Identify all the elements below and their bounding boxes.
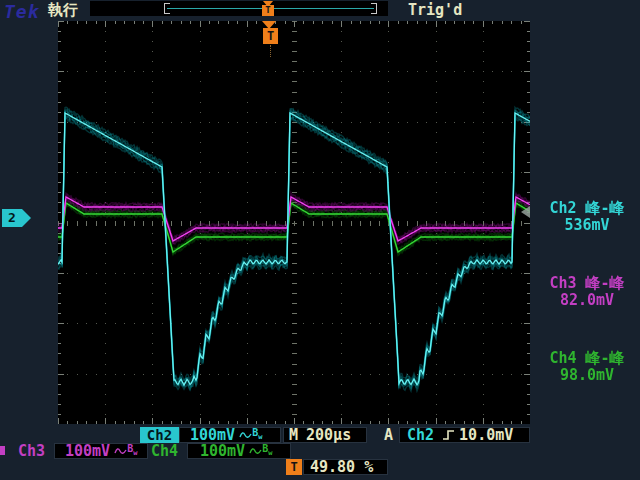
tek-logo: Tek [4, 1, 40, 22]
trigger-time-marker: T [263, 28, 278, 44]
trigger-source: Ch2 [407, 427, 434, 443]
graticule-plot-area [58, 21, 530, 424]
trigger-time-dotted-line [270, 45, 271, 57]
trigger-readout: Ch2 10.0mV [399, 427, 530, 443]
ch4-ac-coupling-icon [249, 445, 262, 457]
ch4-scale-readout: 100mV Bw [187, 443, 291, 459]
oscilloscope-screen: Tek 執行 Trig'd T T 2 Ch2 峰-峰 536mV Ch3 峰-… [0, 0, 640, 480]
ch4-bandwidth-icon: Bw [262, 444, 272, 458]
ch2-ground-marker-tip-icon [22, 209, 31, 227]
ch2-bandwidth-icon: Bw [252, 428, 262, 442]
measurement-ch4-peak-to-peak: Ch4 峰-峰 98.0mV [536, 350, 638, 384]
meas-ch3-channel: Ch3 [549, 274, 576, 292]
meas-ch3-value: 82.0mV [536, 292, 638, 309]
trigger-position-icon: T [286, 459, 302, 475]
trigger-position-marker: T [262, 5, 274, 16]
measurement-ch2-peak-to-peak: Ch2 峰-峰 536mV [536, 200, 638, 234]
ch3-scale-value: 100mV [65, 443, 110, 459]
ch3-position-marker [0, 446, 5, 455]
ch3-bandwidth-icon: Bw [127, 444, 137, 458]
meas-ch4-value: 98.0mV [536, 367, 638, 384]
ch2-ac-coupling-icon [239, 429, 252, 441]
ch4-readout-label: Ch4 [151, 443, 178, 459]
ch2-readout-chip: Ch2 [140, 427, 179, 443]
ch2-ground-marker: 2 [2, 209, 22, 227]
measurement-ch3-peak-to-peak: Ch3 峰-峰 82.0mV [536, 275, 638, 309]
meas-ch3-metric: 峰-峰 [586, 274, 625, 292]
timebase-label: M [289, 427, 298, 443]
trigger-position-readout: 49.80 % [303, 459, 388, 475]
trigger-level-arrow-icon [521, 206, 530, 218]
meas-ch2-channel: Ch2 [549, 199, 576, 217]
record-window-right-bracket [371, 3, 377, 14]
ch2-scale-value: 100mV [190, 427, 235, 443]
rising-edge-icon [441, 428, 456, 442]
trigger-position-value: 49.80 % [310, 459, 373, 475]
ch3-scale-readout: 100mV Bw [54, 443, 148, 459]
acquisition-preview-bar: T [90, 1, 388, 16]
trigger-status: Trig'd [408, 2, 462, 18]
trigger-level-value: 10.0mV [459, 427, 513, 443]
ch3-ac-coupling-icon [114, 445, 127, 457]
timebase-readout: M 200µs [283, 427, 367, 443]
timebase-value: 200µs [306, 427, 351, 443]
ch3-readout-label: Ch3 [18, 443, 45, 459]
meas-ch4-channel: Ch4 [549, 349, 576, 367]
meas-ch4-metric: 峰-峰 [586, 349, 625, 367]
ch4-scale-value: 100mV [200, 443, 245, 459]
trigger-mode-label: A [384, 427, 393, 443]
meas-ch2-metric: 峰-峰 [586, 199, 625, 217]
ch2-scale-readout: 100mV Bw [179, 427, 281, 443]
meas-ch2-value: 536mV [536, 217, 638, 234]
waveform-canvas [58, 21, 530, 424]
acquisition-status: 執行 [48, 2, 78, 18]
